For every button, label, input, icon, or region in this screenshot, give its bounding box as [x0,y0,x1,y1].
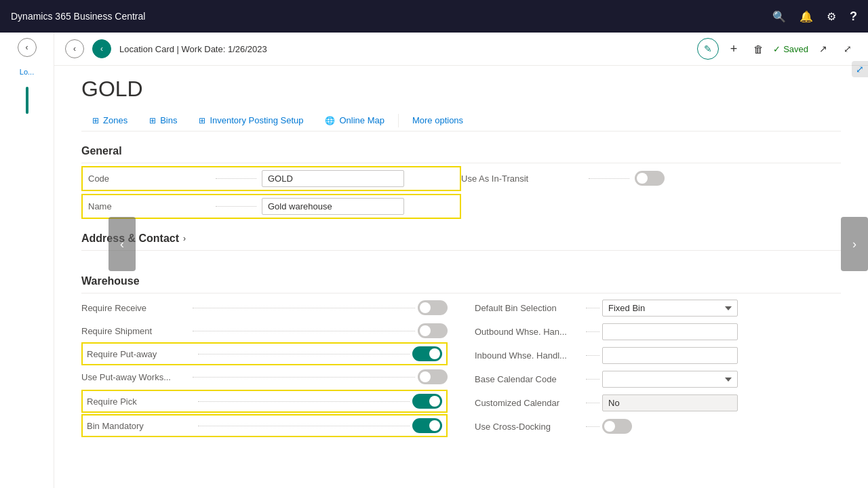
zones-icon: ⊞ [92,116,99,125]
outbound-whse-input[interactable] [602,323,738,340]
name-input[interactable] [262,198,404,215]
more-options-button[interactable]: More options [401,110,474,131]
warehouse-left-col: Require Receive Require Shipment Require… [81,296,448,438]
address-contact-chevron: › [183,234,186,243]
content-area: ‹ ‹ Location Card | Work Date: 1/26/2023… [54,33,868,488]
require-pick-dots [198,401,410,402]
code-input[interactable] [262,170,404,187]
require-receive-dots [193,308,415,308]
use-as-in-transit-toggle[interactable] [635,171,665,186]
require-shipment-toggle[interactable] [418,323,448,338]
customized-calendar-input [602,394,738,411]
inbound-whse-dots [586,355,599,356]
code-dots [216,178,256,179]
code-label: Code [88,174,210,184]
bin-mandatory-toggle[interactable] [412,418,442,433]
require-putaway-toggle[interactable] [412,346,442,361]
address-contact-section[interactable]: Address & Contact › [81,222,841,251]
inventory-posting-icon: ⊞ [199,116,205,125]
forward-button[interactable]: ‹ [92,39,111,58]
warehouse-right-col: Default Bin Selection Fixed Bin Last Use… [475,296,841,438]
require-pick-row: Require Pick [81,390,448,413]
edit-button[interactable]: ✎ [697,38,719,60]
use-putaway-toggle[interactable] [418,369,448,384]
default-bin-selection-select[interactable]: Fixed Bin Last Used Bin [602,300,738,317]
use-putaway-works-row: Use Put-away Works... [81,365,448,388]
back-button[interactable]: ‹ [65,39,84,58]
use-cross-docking-label: Use Cross-Docking [475,422,583,432]
record-title: GOLD [81,66,841,110]
use-as-in-transit-label: Use As In-Transit [461,174,583,184]
name-label: Name [88,201,210,211]
default-bin-dots [586,308,599,308]
tab-zones[interactable]: ⊞ Zones [81,110,138,131]
require-putaway-row: Require Put-away [81,342,448,365]
base-calendar-label: Base Calendar Code [475,374,583,384]
require-putaway-dots [198,354,410,354]
general-section-header: General [81,131,841,163]
warehouse-grid: Require Receive Require Shipment Require… [81,293,841,441]
base-calendar-row: Base Calendar Code [475,367,841,391]
breadcrumb: Location Card | Work Date: 1/26/2023 [119,44,267,54]
name-dots [216,206,256,207]
app-title: Dynamics 365 Business Central [11,11,764,22]
search-icon[interactable]: 🔍 [772,10,786,23]
use-cross-docking-row: Use Cross-Docking [475,415,841,438]
general-fields-grid: Code Name Use As In-Transit [81,163,841,222]
default-bin-selection-label: Default Bin Selection [475,303,583,313]
nav-arrow-right[interactable]: › [841,217,868,271]
online-map-icon: 🌐 [325,116,335,125]
use-putaway-label: Use Put-away Works... [81,372,190,382]
require-receive-label: Require Receive [81,303,190,313]
right-expand-button[interactable]: ⤢ [852,61,868,77]
use-as-in-transit-row: Use As In-Transit [461,166,841,190]
help-icon[interactable]: ? [850,9,857,24]
customized-calendar-dots [586,403,599,403]
use-putaway-dots [193,377,415,378]
add-button[interactable]: + [724,39,743,58]
require-putaway-label: Require Put-away [87,349,195,359]
bin-mandatory-row: Bin Mandatory [81,414,448,437]
customized-calendar-row: Customized Calendar [475,391,841,415]
name-field-row: Name [81,194,461,219]
tab-bins[interactable]: ⊞ Bins [138,110,188,131]
top-nav-bar: Dynamics 365 Business Central 🔍 🔔 ⚙ ? [0,0,868,33]
base-calendar-select[interactable] [602,371,738,388]
inbound-whse-input[interactable] [602,347,738,364]
require-pick-label: Require Pick [87,396,195,407]
tab-divider [398,114,399,127]
general-left-col: Code Name [81,166,461,219]
location-tab[interactable]: Lo... [17,65,37,79]
saved-check-icon: ✓ [773,44,781,54]
outbound-whse-dots [586,331,599,332]
sidebar-strip: ‹ Lo... [0,33,54,488]
require-shipment-label: Require Shipment [81,326,190,336]
use-cross-docking-toggle[interactable] [602,419,632,434]
header-actions: ✎ + 🗑 ✓ Saved ↗ ⤢ [697,38,857,60]
bins-icon: ⊞ [149,116,156,125]
bell-icon[interactable]: 🔔 [800,10,813,23]
saved-status: ✓ Saved [773,44,808,54]
tab-inventory-posting-setup[interactable]: ⊞ Inventory Posting Setup [188,110,314,131]
teal-indicator [26,87,28,114]
gear-icon[interactable]: ⚙ [827,10,836,23]
delete-button[interactable]: 🗑 [749,39,768,58]
bin-mandatory-label: Bin Mandatory [87,421,195,431]
require-pick-toggle[interactable] [412,394,442,409]
warehouse-section-header: Warehouse [81,262,841,293]
outbound-whse-row: Outbound Whse. Han... [475,320,841,344]
general-right-col: Use As In-Transit [461,166,841,219]
inbound-whse-row: Inbound Whse. Handl... [475,344,841,367]
require-receive-row: Require Receive [81,296,448,319]
expand-icon[interactable]: ⤢ [838,39,857,58]
outbound-whse-label: Outbound Whse. Han... [475,327,583,337]
require-receive-toggle[interactable] [418,300,448,315]
base-calendar-dots [586,379,599,380]
tab-online-map[interactable]: 🌐 Online Map [314,110,395,131]
sidebar-back-button[interactable]: ‹ [18,38,37,57]
use-cross-docking-dots [586,426,599,427]
nav-arrow-left[interactable]: ‹ [108,217,136,271]
open-new-window-icon[interactable]: ↗ [814,39,833,58]
top-nav-icons: 🔍 🔔 ⚙ ? [772,9,857,24]
default-bin-selection-row: Default Bin Selection Fixed Bin Last Use… [475,296,841,320]
